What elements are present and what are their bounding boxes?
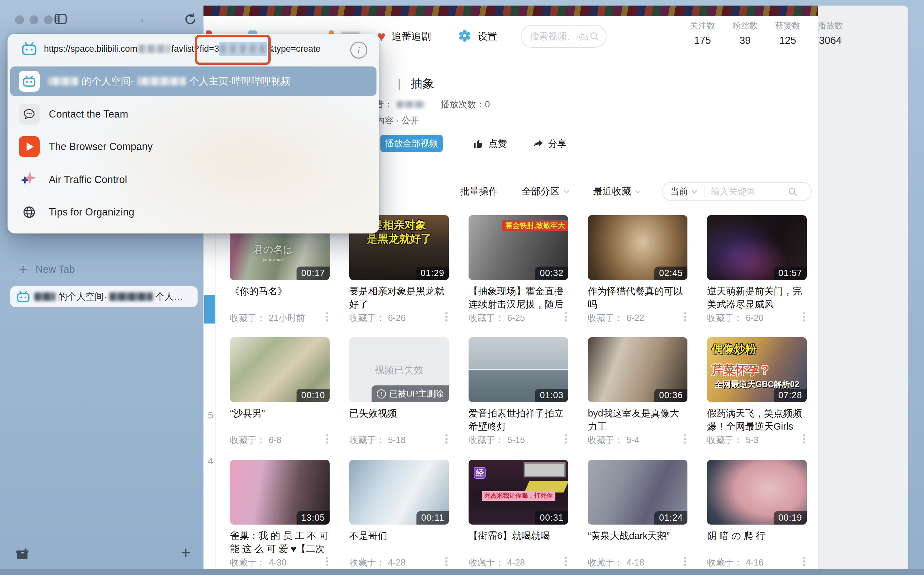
reload-icon[interactable] — [183, 13, 197, 27]
video-card[interactable]: 00:11 不是哥们 收藏于：4-28 — [349, 460, 449, 569]
more-menu-icon[interactable] — [684, 312, 686, 315]
video-title[interactable]: 作为怪猎代餐真的可以吗 — [588, 284, 687, 311]
archive-box-icon[interactable] — [15, 548, 29, 562]
video-title[interactable]: “黄泉大战dark天鹅” — [588, 529, 687, 542]
video-thumbnail[interactable]: 02:45 — [588, 215, 687, 280]
suggestion-air-traffic-control[interactable]: Air Traffic Control — [8, 167, 379, 193]
search-icon[interactable] — [589, 30, 600, 42]
video-thumbnail[interactable]: 00:19 — [707, 460, 807, 524]
video-card[interactable]: 01:57 逆天萌新提前关门，完美武器尽显威风 收藏于：6-20 — [707, 215, 807, 326]
video-card[interactable]: 02:45 作为怪猎代餐真的可以吗 收藏于：6-22 — [588, 215, 687, 326]
add-space-icon[interactable]: + — [181, 544, 191, 561]
video-thumbnail[interactable]: 13:05 — [230, 460, 330, 524]
gear-icon — [458, 29, 472, 44]
video-thumbnail[interactable]: 00:32 霍金铁肘,致敬牢大 — [468, 215, 568, 280]
video-thumbnail[interactable]: 00:36 — [588, 337, 687, 402]
more-menu-icon[interactable] — [684, 557, 686, 559]
more-menu-icon[interactable] — [684, 434, 686, 437]
selected-folder-indicator[interactable] — [204, 295, 215, 324]
play-all-button[interactable]: 播放全部视频 — [381, 135, 443, 152]
title-separator: ｜ — [393, 76, 405, 92]
more-menu-icon[interactable] — [326, 557, 328, 559]
video-title[interactable]: 不是哥们 — [349, 529, 449, 542]
video-title[interactable]: byd我这室友是真像大力王 — [588, 407, 687, 433]
video-title[interactable]: “沙县男” — [230, 407, 330, 420]
speech-bubble-icon — [19, 104, 40, 125]
video-thumbnail[interactable]: 07:28 偶像炒粉芹菜怀孕？全网最逆天GBC解析02 — [707, 337, 807, 402]
share-button[interactable]: 分享 — [532, 137, 567, 151]
video-thumbnail[interactable]: 视频已失效!已被UP主删除 — [349, 337, 449, 402]
video-card[interactable]: 01:03 爱音拍素世拍祥子拍立希壁咚灯 收藏于：5-15 — [468, 337, 568, 449]
video-card[interactable]: 01:24 “黄泉大战dark天鹅” 收藏于：4-18 — [588, 460, 687, 569]
video-thumbnail[interactable]: 00:11 — [349, 460, 449, 524]
video-card[interactable]: 00:32 霍金铁肘,致敬牢大 【抽象现场】霍金直播连续射击汉尼拔，随后直播间被… — [468, 215, 568, 326]
zoom-window-icon[interactable] — [44, 15, 53, 24]
window-controls[interactable] — [15, 15, 53, 24]
search-icon[interactable] — [787, 186, 798, 197]
sidebar-toggle-icon[interactable] — [54, 13, 67, 26]
keyword-input[interactable] — [711, 186, 787, 197]
batch-operations-button[interactable]: 批量操作 — [460, 185, 498, 198]
video-thumbnail[interactable]: 01:24 — [588, 460, 687, 524]
more-menu-icon[interactable] — [326, 434, 328, 437]
more-menu-icon[interactable] — [445, 312, 448, 315]
new-tab-button[interactable]: + New Tab — [19, 263, 75, 276]
more-menu-icon[interactable] — [803, 557, 805, 559]
video-title[interactable]: 雀巢：我 的 员 工 不 可 能 这 么 可 爱 ♥【二次元爆改 — [230, 529, 330, 556]
saved-date: 5-3 — [746, 435, 758, 445]
bangumi-nav-item[interactable]: 追番追剧 — [392, 30, 431, 43]
video-title[interactable]: 爱音拍素世拍祥子拍立希壁咚灯 — [468, 407, 568, 433]
sort-dropdown[interactable]: 最近收藏 — [593, 185, 642, 198]
more-menu-icon[interactable] — [445, 557, 448, 559]
space-search-input[interactable] — [529, 31, 589, 42]
video-meta: 收藏于：5-4 — [588, 434, 687, 445]
bilibili-icon — [22, 42, 37, 56]
play-icon — [19, 136, 40, 157]
close-window-icon[interactable] — [15, 15, 24, 24]
suggestion-contact-team[interactable]: Contact the Team — [8, 101, 379, 127]
back-icon[interactable]: ← — [138, 12, 153, 25]
more-menu-icon[interactable] — [803, 312, 805, 315]
url-bar[interactable]: https://space.bilibili.com favlist? fid=… — [8, 34, 379, 64]
minimize-window-icon[interactable] — [29, 15, 38, 24]
video-title[interactable]: 假药满天飞，笑点频频爆！全网最逆天Girls Band Cry解析 — [707, 407, 807, 434]
video-title[interactable]: 已失效视频 — [349, 407, 449, 420]
active-tab[interactable]: 的个人空间·个人… — [10, 286, 198, 307]
video-thumbnail[interactable]: 00:31 经死杰米我让你喝，打死你 — [468, 460, 568, 524]
video-thumbnail[interactable]: 01:03 — [468, 337, 568, 402]
suggestion-browser-company[interactable]: The Browser Company — [8, 133, 379, 160]
suggestion-tips-organizing[interactable]: Tips for Organizing — [8, 199, 379, 225]
more-menu-icon[interactable] — [803, 434, 805, 437]
video-title[interactable]: 要是相亲对象是黑龙就好了 — [349, 284, 449, 311]
video-card[interactable]: 视频已失效!已被UP主删除 已失效视频 收藏于：5-18 — [349, 337, 449, 449]
more-menu-icon[interactable] — [326, 312, 328, 315]
video-title[interactable]: 【街霸6】就喝就喝 — [468, 529, 568, 542]
space-search-box[interactable] — [521, 25, 607, 48]
like-button[interactable]: 点赞 — [473, 137, 507, 151]
scope-dropdown[interactable]: 当前 — [671, 186, 699, 197]
video-title[interactable]: 【抽象现场】霍金直播连续射击汉尼拔，随后直播间被封 — [468, 284, 568, 311]
video-card[interactable]: 00:31 经死杰米我让你喝，打死你 【街霸6】就喝就喝 收藏于：4-28 — [468, 460, 568, 569]
video-title[interactable]: 逆天萌新提前关门，完美武器尽显威风 — [707, 284, 807, 311]
video-card[interactable]: 07:28 偶像炒粉芹菜怀孕？全网最逆天GBC解析02 假药满天飞，笑点频频爆！… — [707, 337, 807, 449]
video-thumbnail[interactable]: 01:57 — [707, 215, 807, 280]
redacted-text — [34, 292, 56, 301]
video-title[interactable]: 阴 暗 の 爬 行 — [707, 529, 807, 542]
more-menu-icon[interactable] — [564, 434, 567, 437]
settings-nav-item[interactable]: 设置 — [477, 30, 497, 43]
forward-icon[interactable]: → — [161, 12, 176, 25]
suggestion-selected[interactable]: 的个人空间- 个人主页-哔哩哔哩视频 — [10, 67, 376, 96]
video-card[interactable]: 00:19 阴 暗 の 爬 行 收藏于：4-16 — [707, 460, 807, 569]
video-thumbnail[interactable]: 00:10 — [230, 337, 330, 402]
more-menu-icon[interactable] — [445, 434, 448, 437]
more-menu-icon[interactable] — [564, 557, 567, 559]
keyword-search-box[interactable]: 当前 — [662, 182, 812, 201]
video-card[interactable]: 13:05 雀巢：我 的 员 工 不 可 能 这 么 可 爱 ♥【二次元爆改 收… — [230, 460, 330, 569]
info-icon[interactable]: i — [350, 41, 367, 59]
url-text[interactable]: https://space.bilibili.com favlist? fid=… — [44, 42, 320, 56]
video-title[interactable]: 《你的马名》 — [230, 284, 330, 298]
category-dropdown[interactable]: 全部分区 — [522, 185, 571, 198]
more-menu-icon[interactable] — [564, 312, 567, 315]
video-card[interactable]: 00:36 byd我这室友是真像大力王 收藏于：5-4 — [588, 337, 687, 449]
video-card[interactable]: 00:10 “沙县男” 收藏于：6-8 — [230, 337, 330, 449]
